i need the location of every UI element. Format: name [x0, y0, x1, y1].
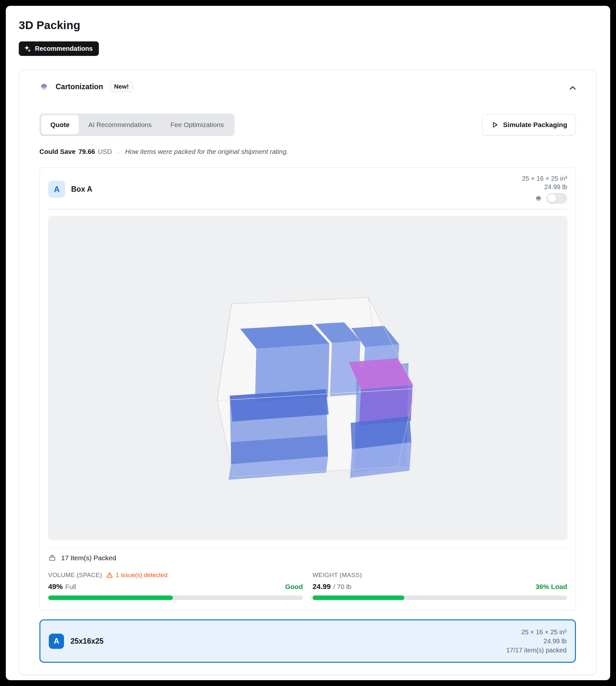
selected-box-packed: 17/17 item(s) packed	[506, 646, 567, 654]
stats-divider	[48, 548, 567, 549]
header-divider	[48, 209, 567, 210]
toggle-knob	[548, 194, 556, 203]
volume-progress-fill	[48, 596, 173, 600]
box-a-weight: 24.99 lb	[544, 183, 567, 191]
volume-issues-label: 1 issue(s) detected	[116, 572, 168, 579]
cartonization-card: Cartonization New! Quote AI Recommendati…	[19, 70, 597, 675]
box-a-panel: A Box A 25 × 16 × 25 in³ 24.99 lb	[39, 168, 576, 611]
weight-value: 24.99	[312, 582, 331, 591]
volume-issues: 1 issue(s) detected	[106, 572, 168, 579]
savings-separator: ·	[117, 148, 119, 155]
tab-quote[interactable]: Quote	[41, 115, 79, 134]
tab-bar: Quote AI Recommendations Fee Optimizatio…	[39, 113, 235, 136]
items-packed-label: 17 Item(s) Packed	[61, 554, 116, 562]
volume-progress-bar	[48, 596, 303, 600]
selected-box-avatar: A	[49, 634, 64, 649]
packing-3d-scene	[48, 216, 568, 540]
tab-ai-recommendations[interactable]: AI Recommendations	[79, 115, 161, 134]
savings-prefix: Could Save	[39, 148, 75, 155]
savings-amount: 79.66	[79, 148, 95, 155]
cartonization-header: Cartonization New!	[39, 79, 576, 94]
sparkles-icon	[24, 45, 31, 52]
items-packed-row: 17 Item(s) Packed	[48, 554, 567, 562]
weight-label: WEIGHT (MASS)	[312, 572, 362, 579]
weight-stat: WEIGHT (MASS) 24.99 / 70 lb 36% Load	[312, 572, 567, 600]
box-a-avatar: A	[48, 181, 65, 198]
selected-box-name: 25x16x25	[70, 637, 104, 646]
packing-3d-viewport[interactable]	[48, 216, 568, 540]
selected-box-weight: 24.99 lb	[544, 637, 567, 645]
new-badge: New!	[110, 81, 133, 92]
volume-percent: 49%	[48, 582, 63, 591]
app-panel: 3D Packing Recommendations Cartonization…	[6, 6, 610, 680]
weight-max: / 70 lb	[333, 583, 351, 591]
volume-stat: VOLUME (SPACE) 1 issue(s) detected	[48, 572, 303, 600]
savings-summary: Could Save 79.66 USD · How items were pa…	[39, 148, 576, 155]
collapse-button[interactable]	[566, 81, 579, 96]
rain-cover-toggle[interactable]	[547, 193, 567, 203]
package-icon	[48, 554, 56, 562]
weight-status: 36% Load	[535, 583, 567, 591]
page-title: 3D Packing	[19, 18, 597, 32]
savings-currency: USD	[98, 148, 112, 155]
box-a-header: A Box A 25 × 16 × 25 in³ 24.99 lb	[40, 168, 576, 209]
play-icon	[491, 121, 499, 129]
warning-icon	[106, 572, 113, 579]
simulate-packaging-button[interactable]: Simulate Packaging	[482, 114, 576, 135]
tab-fee-optimizations[interactable]: Fee Optimizations	[161, 115, 233, 134]
volume-label: VOLUME (SPACE)	[48, 572, 102, 579]
card-title: Cartonization	[56, 82, 103, 91]
weight-progress-bar	[312, 596, 567, 600]
volume-suffix: Full	[65, 583, 76, 591]
selected-box-dimensions: 25 × 16 × 25 in³	[521, 628, 567, 636]
recommendations-button[interactable]: Recommendations	[19, 41, 99, 56]
volume-status: Good	[285, 583, 303, 591]
savings-description: How items were packed for the original s…	[125, 148, 288, 155]
recommendations-label: Recommendations	[35, 45, 93, 52]
box-a-name: Box A	[71, 185, 92, 194]
cartonization-icon	[39, 82, 48, 91]
weight-progress-fill	[312, 596, 404, 600]
simulate-packaging-label: Simulate Packaging	[503, 121, 567, 129]
box-a-dimensions: 25 × 16 × 25 in³	[522, 175, 567, 182]
rain-cover-icon	[534, 195, 542, 202]
chevron-up-icon	[568, 83, 577, 93]
selected-box-card[interactable]: A 25x16x25 25 × 16 × 25 in³ 24.99 lb 17/…	[39, 619, 576, 663]
